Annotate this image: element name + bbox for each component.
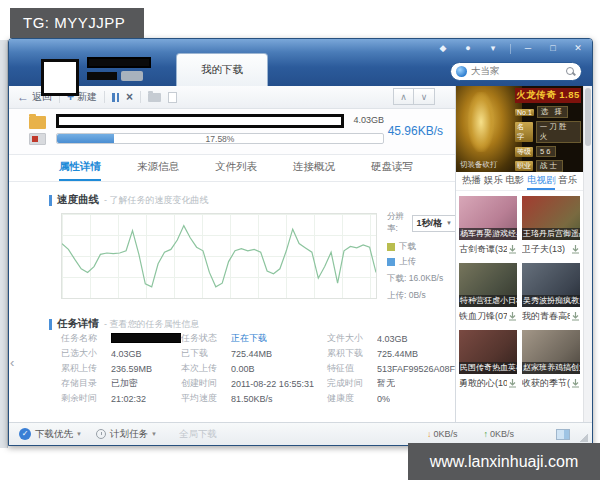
skin-icon[interactable]: ◆ bbox=[435, 42, 451, 55]
video-thumbnail[interactable]: 赵家班养鸡搞创业 bbox=[522, 330, 580, 374]
game-ad-name-label: 名字 bbox=[515, 122, 533, 142]
video-thumbnail[interactable]: 民国传奇热血英雄 bbox=[459, 330, 517, 374]
resolution-select[interactable]: 1秒/格▼ bbox=[412, 215, 456, 232]
video-title[interactable]: 勇敢的心(10) bbox=[459, 377, 507, 390]
menu-icon[interactable]: ▾ bbox=[485, 42, 501, 55]
search-icon[interactable] bbox=[566, 67, 576, 77]
video-item[interactable]: 吴秀波扮痴疯教师 我的青春高8... bbox=[522, 263, 580, 323]
move-down-button[interactable]: ∨ bbox=[414, 88, 435, 105]
tab-music[interactable]: 音乐 bbox=[558, 174, 577, 190]
download-manager-window: ◆ ● ▾ ─ □ ✕ 大当家 我的下载 ← 返回 bbox=[8, 38, 593, 446]
download-icon[interactable] bbox=[571, 379, 580, 388]
field-value: 81.50KB/s bbox=[231, 394, 273, 404]
video-title[interactable]: 我的青春高8... bbox=[522, 310, 570, 323]
collapse-panel-button[interactable]: ‹ bbox=[10, 355, 14, 370]
mini-window-toggle[interactable] bbox=[556, 429, 570, 440]
field-label: 累积下载 bbox=[327, 347, 377, 360]
sidebar-scrollbar[interactable] bbox=[583, 86, 592, 422]
speed-curve bbox=[62, 214, 376, 298]
video-thumbnail[interactable]: 王珞丹后宫御遥战 bbox=[522, 196, 580, 240]
delete-button[interactable]: × bbox=[126, 90, 133, 104]
field-value: 513FAF99526A08F5F62... bbox=[377, 364, 455, 374]
search-text[interactable]: 大当家 bbox=[471, 65, 562, 78]
video-title[interactable]: 收获的季节(全) bbox=[522, 377, 570, 390]
download-priority-icon: ✓ bbox=[19, 428, 31, 440]
redacted-detail-name bbox=[111, 333, 181, 343]
tab-entertainment[interactable]: 娱乐 bbox=[484, 174, 503, 190]
current-download-speed: 下载: 16.0KB/s bbox=[387, 273, 455, 285]
download-icon[interactable] bbox=[508, 245, 517, 254]
tab-movies[interactable]: 电影 bbox=[505, 174, 524, 190]
task-row[interactable]: 4.03GB 17.58% 45.96KB/s bbox=[9, 109, 455, 155]
game-ad-title: 火龙传奇 1.85 bbox=[515, 88, 581, 103]
task-detail-grid: 任务名称 已选大小4.03GB 累积上传236.59MB 存储目录已加密 剩余时… bbox=[61, 331, 455, 406]
section-accent-bar bbox=[49, 195, 52, 206]
field-value: 暂无 bbox=[377, 377, 395, 390]
field-value: 725.44MB bbox=[377, 349, 418, 359]
tab-connection[interactable]: 连接概况 bbox=[293, 160, 335, 181]
maximize-button[interactable]: □ bbox=[545, 42, 561, 55]
field-label: 任务名称 bbox=[61, 332, 111, 345]
tab-file-list[interactable]: 文件列表 bbox=[215, 160, 257, 181]
globe-icon[interactable] bbox=[456, 66, 467, 77]
field-value: 725.44MB bbox=[231, 349, 272, 359]
tab-source-info[interactable]: 来源信息 bbox=[137, 160, 179, 181]
current-upload-speed: 上传: 0B/s bbox=[387, 290, 455, 302]
game-ad-banner[interactable]: 火龙传奇 1.85 No.1 选 择 名字 一刀胜火 等级 56 职业 bbox=[456, 86, 583, 172]
titlebar[interactable]: ◆ ● ▾ ─ □ ✕ 大当家 我的下载 bbox=[9, 39, 592, 86]
field-value: 4.03GB bbox=[111, 349, 142, 359]
progress-percent: 17.58% bbox=[57, 134, 383, 145]
download-icon[interactable] bbox=[508, 312, 517, 321]
section-accent-bar bbox=[49, 319, 52, 330]
download-icon[interactable] bbox=[571, 245, 580, 254]
download-priority-menu[interactable]: 下载优先 bbox=[35, 428, 73, 441]
resolution-label: 分辨率: bbox=[387, 211, 409, 235]
field-label: 文件大小 bbox=[327, 332, 377, 345]
minimize-button[interactable]: ─ bbox=[520, 42, 536, 55]
pause-button[interactable] bbox=[112, 93, 119, 102]
delete-icon: × bbox=[126, 90, 133, 104]
file-info-button[interactable] bbox=[168, 92, 177, 103]
tab-my-downloads[interactable]: 我的下载 bbox=[176, 53, 268, 86]
game-ad-level-label: 等级 bbox=[515, 147, 533, 157]
tab-tv-series[interactable]: 电视剧 bbox=[527, 174, 556, 190]
video-item[interactable]: 赵家班养鸡搞创业 收获的季节(全) bbox=[522, 330, 580, 390]
tab-hot[interactable]: 热播 bbox=[462, 174, 481, 190]
field-label: 平均速度 bbox=[181, 392, 231, 405]
video-item[interactable]: 王珞丹后宫御遥战 卫子夫(13) bbox=[522, 196, 580, 256]
download-icon[interactable] bbox=[571, 312, 580, 321]
video-title[interactable]: 卫子夫(13) bbox=[522, 243, 565, 256]
field-value: 0% bbox=[377, 394, 390, 404]
task-folder-icon bbox=[29, 116, 46, 129]
task-file-icon bbox=[29, 133, 46, 145]
close-button[interactable]: ✕ bbox=[570, 42, 586, 55]
video-title[interactable]: 古剑奇谭(32) bbox=[459, 243, 507, 256]
game-ad-class-label: 职业 bbox=[515, 161, 533, 171]
video-title[interactable]: 铁血刀锋(07) bbox=[459, 310, 507, 323]
video-thumbnail[interactable]: 吴秀波扮痴疯教师 bbox=[522, 263, 580, 307]
open-folder-button[interactable] bbox=[148, 93, 161, 102]
thumbnail-caption: 杨军再娶游戏经典 bbox=[459, 228, 517, 240]
tab-property-details[interactable]: 属性详情 bbox=[59, 160, 101, 181]
plugin-icon[interactable]: ● bbox=[460, 42, 476, 55]
video-item[interactable]: 杨军再娶游戏经典 古剑奇谭(32) bbox=[459, 196, 517, 256]
scheduled-task-menu[interactable]: 计划任务 bbox=[110, 428, 148, 441]
main-panel: ← 返回 + 新建 × bbox=[9, 86, 456, 422]
download-icon[interactable] bbox=[508, 379, 517, 388]
video-item[interactable]: 特种营狂虐小日本 铁血刀锋(07) bbox=[459, 263, 517, 323]
field-value: 已加密 bbox=[111, 377, 138, 390]
tab-disk-io[interactable]: 硬盘读写 bbox=[371, 160, 413, 181]
speed-section-subtitle: - 了解任务的速度变化曲线 bbox=[104, 194, 209, 207]
video-thumbnail[interactable]: 杨军再娶游戏经典 bbox=[459, 196, 517, 240]
video-item[interactable]: 民国传奇热血英雄 勇敢的心(10) bbox=[459, 330, 517, 390]
move-up-button[interactable]: ∧ bbox=[393, 88, 414, 105]
video-thumbnail[interactable]: 特种营狂虐小日本 bbox=[459, 263, 517, 307]
scrollbar-thumb[interactable] bbox=[585, 88, 591, 146]
resize-grip[interactable] bbox=[579, 433, 588, 442]
divider bbox=[140, 91, 141, 103]
file-icon bbox=[168, 92, 177, 103]
global-up-speed: ↑0KB/s bbox=[484, 429, 515, 439]
search-input[interactable]: 大当家 bbox=[450, 62, 582, 81]
redacted-userinfo bbox=[87, 72, 117, 80]
up-arrow-icon: ↑ bbox=[484, 429, 489, 439]
